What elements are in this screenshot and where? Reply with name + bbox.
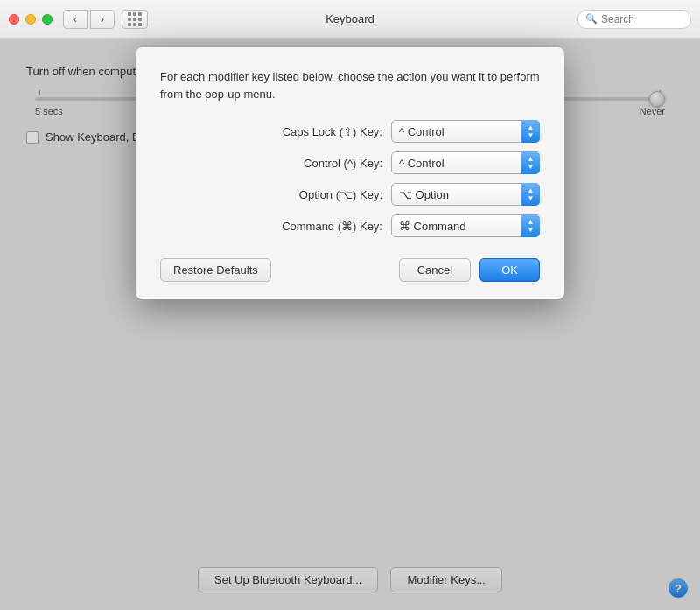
forward-button[interactable]: › xyxy=(90,10,115,29)
chevron-right-icon: › xyxy=(101,13,104,25)
nav-buttons: ‹ › xyxy=(63,10,115,29)
modifier-keys-grid: Caps Lock (⇪) Key: No Action ^ Control ⌥… xyxy=(160,120,540,237)
chevron-left-icon: ‹ xyxy=(74,13,77,25)
restore-defaults-button[interactable]: Restore Defaults xyxy=(160,258,271,282)
table-row: Control (^) Key: No Action ^ Control ⌥ O… xyxy=(160,151,540,174)
modal-overlay: For each modifier key listed below, choo… xyxy=(0,39,700,610)
option-select[interactable]: No Action ^ Control ⌥ Option ⌘ Command E… xyxy=(391,183,540,206)
control-label: Control (^) Key: xyxy=(207,157,382,170)
search-box[interactable]: 🔍 xyxy=(578,10,691,29)
modal-buttons: Restore Defaults Cancel OK xyxy=(160,258,540,282)
table-row: Option (⌥) Key: No Action ^ Control ⌥ Op… xyxy=(160,183,540,206)
caps-lock-label: Caps Lock (⇪) Key: xyxy=(207,125,382,138)
control-select-wrapper: No Action ^ Control ⌥ Option ⌘ Command E… xyxy=(391,151,540,174)
caps-lock-select-wrapper: No Action ^ Control ⌥ Option ⌘ Command E… xyxy=(391,120,540,143)
grid-icon xyxy=(128,12,142,26)
command-select[interactable]: No Action ^ Control ⌥ Option ⌘ Command E… xyxy=(391,214,540,237)
window-title: Keyboard xyxy=(326,12,374,25)
traffic-lights xyxy=(9,14,52,25)
maximize-button[interactable] xyxy=(42,14,52,25)
command-select-wrapper: No Action ^ Control ⌥ Option ⌘ Command E… xyxy=(391,214,540,237)
search-input[interactable] xyxy=(601,13,683,25)
minimize-button[interactable] xyxy=(25,14,36,25)
close-button[interactable] xyxy=(9,14,19,25)
table-row: Command (⌘) Key: No Action ^ Control ⌥ O… xyxy=(160,214,540,237)
command-label: Command (⌘) Key: xyxy=(207,220,382,233)
control-select[interactable]: No Action ^ Control ⌥ Option ⌘ Command E… xyxy=(391,151,540,174)
cancel-button[interactable]: Cancel xyxy=(399,258,471,282)
modal-description: For each modifier key listed below, choo… xyxy=(160,68,540,102)
ok-cancel-group: Cancel OK xyxy=(399,258,540,282)
back-button[interactable]: ‹ xyxy=(63,10,88,29)
table-row: Caps Lock (⇪) Key: No Action ^ Control ⌥… xyxy=(160,120,540,143)
option-label: Option (⌥) Key: xyxy=(207,188,382,201)
grid-view-button[interactable] xyxy=(122,10,148,29)
ok-button[interactable]: OK xyxy=(480,258,540,282)
search-icon: 🔍 xyxy=(585,13,598,25)
option-select-wrapper: No Action ^ Control ⌥ Option ⌘ Command E… xyxy=(391,183,540,206)
caps-lock-select[interactable]: No Action ^ Control ⌥ Option ⌘ Command E… xyxy=(391,120,540,143)
modifier-keys-dialog: For each modifier key listed below, choo… xyxy=(136,47,564,299)
titlebar: ‹ › Keyboard 🔍 xyxy=(0,0,700,39)
